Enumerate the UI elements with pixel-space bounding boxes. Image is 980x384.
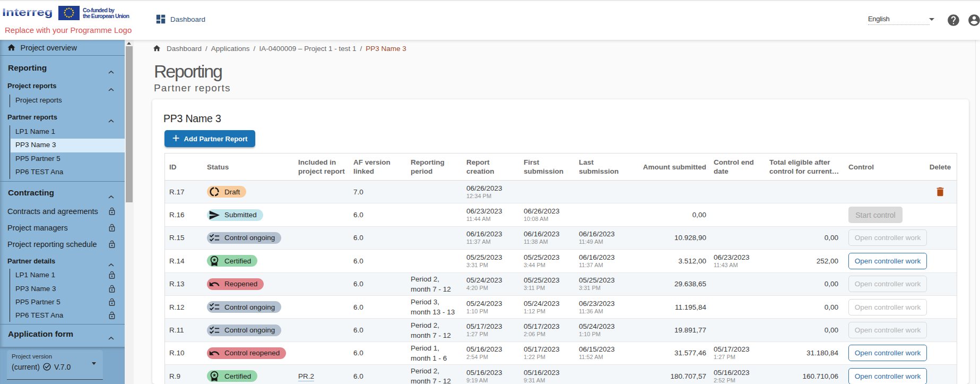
svg-text:the European Union: the European Union (83, 13, 129, 19)
svg-text:Interreg: Interreg (2, 6, 53, 18)
